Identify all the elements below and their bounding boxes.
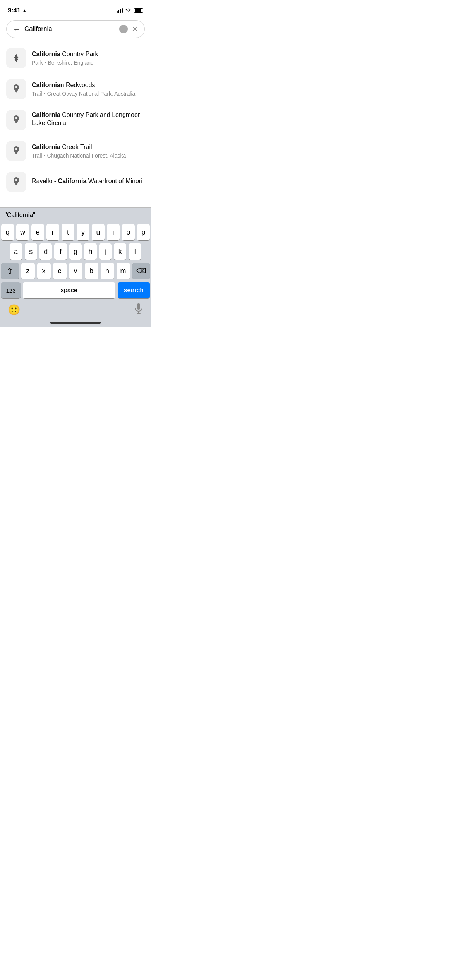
search-key[interactable]: search: [118, 282, 150, 298]
key-f[interactable]: f: [54, 243, 67, 260]
emoji-key[interactable]: 🙂: [8, 304, 20, 316]
list-item[interactable]: California Country Park Park • Berkshire…: [0, 43, 151, 74]
list-item[interactable]: Californian Redwoods Trail • Great Otway…: [0, 74, 151, 105]
result-text: Ravello - California Waterfront of Minor…: [32, 177, 145, 187]
keyboard-row-1: q w e r t y u i o p: [1, 224, 150, 240]
key-l[interactable]: l: [129, 243, 141, 260]
shift-key[interactable]: ⇧: [1, 263, 19, 279]
result-text: California Country Park Park • Berkshire…: [32, 50, 145, 66]
keyboard-bottom-bar: 🙂: [0, 300, 151, 320]
key-s[interactable]: s: [25, 243, 37, 260]
result-title: Californian Redwoods: [32, 81, 145, 89]
location-pin-icon: [6, 172, 26, 192]
svg-rect-1: [137, 303, 140, 310]
status-icons: [117, 8, 144, 13]
key-a[interactable]: a: [10, 243, 22, 260]
key-t[interactable]: t: [62, 224, 74, 240]
key-u[interactable]: u: [92, 224, 105, 240]
keyboard-suggestion[interactable]: "California": [5, 211, 35, 219]
location-pin-icon: [6, 79, 26, 99]
key-q[interactable]: q: [1, 224, 14, 240]
signal-icon: [117, 8, 123, 13]
key-p[interactable]: p: [137, 224, 150, 240]
key-o[interactable]: o: [122, 224, 135, 240]
numbers-key[interactable]: 123: [1, 282, 21, 298]
result-title: California Country Park and Longmoor Lak…: [32, 111, 145, 127]
keyboard-row-3: ⇧ z x c v b n m ⌫: [1, 263, 150, 279]
key-k[interactable]: k: [114, 243, 126, 260]
result-title: California Creek Trail: [32, 143, 145, 151]
result-text: Californian Redwoods Trail • Great Otway…: [32, 81, 145, 97]
search-bar-container: ← ✕: [0, 17, 151, 43]
keyboard-rows: q w e r t y u i o p a s d f g h j k l ⇧: [0, 222, 151, 300]
key-z[interactable]: z: [21, 263, 35, 279]
delete-key[interactable]: ⌫: [132, 263, 150, 279]
key-i[interactable]: i: [107, 224, 120, 240]
keyboard-suggestion-bar: "California": [0, 207, 151, 222]
result-text: California Creek Trail Trail • Chugach N…: [32, 143, 145, 159]
home-bar: [50, 322, 101, 324]
wifi-icon: [125, 8, 131, 13]
clear-button[interactable]: ✕: [132, 24, 138, 34]
result-subtitle: Park • Berkshire, England: [32, 60, 145, 66]
home-indicator: [0, 320, 151, 327]
list-item[interactable]: California Creek Trail Trail • Chugach N…: [0, 135, 151, 166]
svg-rect-0: [16, 61, 17, 62]
result-text: California Country Park and Longmoor Lak…: [32, 111, 145, 129]
list-item[interactable]: Ravello - California Waterfront of Minor…: [0, 166, 151, 197]
mic-dot-icon: [119, 25, 128, 33]
result-title: California Country Park: [32, 50, 145, 58]
keyboard-row-4: 123 space search: [1, 282, 150, 298]
key-d[interactable]: d: [39, 243, 52, 260]
key-b[interactable]: b: [85, 263, 98, 279]
key-r[interactable]: r: [46, 224, 59, 240]
mic-key[interactable]: [134, 303, 143, 316]
space-key[interactable]: space: [23, 282, 115, 298]
search-bar[interactable]: ← ✕: [6, 20, 145, 38]
search-input[interactable]: [24, 25, 115, 33]
status-time: 9:41: [8, 7, 21, 14]
keyboard: "California" q w e r t y u i o p a s d f…: [0, 207, 151, 327]
battery-icon: [134, 8, 143, 13]
result-title: Ravello - California Waterfront of Minor…: [32, 177, 145, 185]
key-m[interactable]: m: [117, 263, 130, 279]
key-v[interactable]: v: [69, 263, 82, 279]
back-button[interactable]: ←: [13, 25, 21, 34]
list-item[interactable]: California Country Park and Longmoor Lak…: [0, 105, 151, 135]
location-pin-icon: [6, 110, 26, 130]
key-w[interactable]: w: [16, 224, 29, 240]
key-h[interactable]: h: [84, 243, 96, 260]
key-e[interactable]: e: [31, 224, 44, 240]
key-c[interactable]: c: [53, 263, 67, 279]
results-list: California Country Park Park • Berkshire…: [0, 43, 151, 197]
key-y[interactable]: y: [77, 224, 89, 240]
result-subtitle: Trail • Great Otway National Park, Austr…: [32, 91, 145, 97]
key-j[interactable]: j: [99, 243, 112, 260]
location-icon: ▲: [22, 8, 27, 14]
status-bar: 9:41 ▲: [0, 0, 151, 17]
key-n[interactable]: n: [101, 263, 114, 279]
result-subtitle: Trail • Chugach National Forest, Alaska: [32, 152, 145, 159]
park-icon: [6, 48, 26, 68]
suggestion-divider: [40, 211, 40, 219]
key-g[interactable]: g: [69, 243, 82, 260]
keyboard-row-2: a s d f g h j k l: [1, 243, 150, 260]
key-x[interactable]: x: [37, 263, 51, 279]
location-pin-icon: [6, 141, 26, 161]
